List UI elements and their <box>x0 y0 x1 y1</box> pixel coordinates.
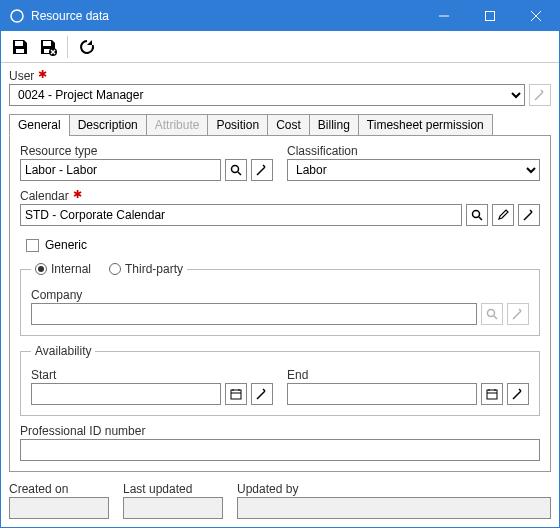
availability-legend: Availability <box>31 344 95 358</box>
company-wand-button <box>507 303 529 325</box>
start-input[interactable] <box>31 383 221 405</box>
minimize-button[interactable] <box>421 1 467 31</box>
company-label: Company <box>31 288 529 302</box>
footer: Created on Last updated Updated by <box>1 478 559 527</box>
checkbox-icon <box>26 239 39 252</box>
tab-timesheet[interactable]: Timesheet permission <box>358 114 493 136</box>
refresh-button[interactable] <box>74 34 100 60</box>
svg-rect-7 <box>43 41 51 46</box>
required-icon: ✱ <box>73 188 82 201</box>
updated-by-value <box>237 497 551 519</box>
generic-label: Generic <box>45 238 87 252</box>
maximize-button[interactable] <box>467 1 513 31</box>
prof-id-label: Professional ID number <box>20 424 540 438</box>
resource-type-input[interactable] <box>20 159 221 181</box>
resource-type-search-button[interactable] <box>225 159 247 181</box>
end-label: End <box>287 368 529 382</box>
last-updated-label: Last updated <box>123 482 223 496</box>
calendar-input[interactable] <box>20 204 462 226</box>
tab-cost[interactable]: Cost <box>267 114 310 136</box>
svg-rect-5 <box>15 41 23 46</box>
save-exit-button[interactable] <box>35 34 61 60</box>
radio-checked-icon <box>35 263 47 275</box>
resource-type-wand-button[interactable] <box>251 159 273 181</box>
availability-fieldset: Availability Start <box>20 344 540 416</box>
calendar-wand-button[interactable] <box>518 204 540 226</box>
svg-point-0 <box>11 10 23 22</box>
close-button[interactable] <box>513 1 559 31</box>
svg-rect-6 <box>16 49 24 53</box>
resource-type-label: Resource type <box>20 144 273 158</box>
created-on-label: Created on <box>9 482 109 496</box>
toolbar <box>1 31 559 63</box>
svg-rect-22 <box>487 390 497 399</box>
updated-by-label: Updated by <box>237 482 551 496</box>
start-calendar-button[interactable] <box>225 383 247 405</box>
save-button[interactable] <box>7 34 33 60</box>
tab-position[interactable]: Position <box>207 114 268 136</box>
svg-line-13 <box>238 172 241 175</box>
generic-checkbox[interactable]: Generic <box>26 238 540 252</box>
internal-label: Internal <box>51 262 91 276</box>
tab-billing[interactable]: Billing <box>309 114 359 136</box>
svg-rect-2 <box>486 12 495 21</box>
calendar-edit-button[interactable] <box>492 204 514 226</box>
svg-point-16 <box>488 310 495 317</box>
end-input[interactable] <box>287 383 477 405</box>
end-calendar-button[interactable] <box>481 383 503 405</box>
required-icon: ✱ <box>38 68 47 81</box>
app-icon <box>9 8 25 24</box>
thirdparty-label: Third-party <box>125 262 183 276</box>
classification-select[interactable]: Labor <box>287 159 540 181</box>
svg-line-17 <box>494 316 497 319</box>
thirdparty-radio[interactable]: Third-party <box>109 262 183 276</box>
prof-id-input[interactable] <box>20 439 540 461</box>
source-fieldset: Internal Third-party Company <box>20 262 540 336</box>
end-wand-button[interactable] <box>507 383 529 405</box>
internal-radio[interactable]: Internal <box>35 262 91 276</box>
start-wand-button[interactable] <box>251 383 273 405</box>
user-wand-button <box>529 84 551 106</box>
user-select[interactable]: 0024 - Project Manager <box>9 84 525 106</box>
svg-point-14 <box>473 211 480 218</box>
user-label: User <box>9 69 34 83</box>
calendar-label: Calendar <box>20 189 69 203</box>
svg-line-15 <box>479 217 482 220</box>
tab-attribute: Attribute <box>146 114 209 136</box>
radio-unchecked-icon <box>109 263 121 275</box>
titlebar: Resource data <box>1 1 559 31</box>
window-title: Resource data <box>31 9 421 23</box>
start-label: Start <box>31 368 273 382</box>
classification-label: Classification <box>287 144 540 158</box>
toolbar-separator <box>67 36 68 58</box>
calendar-search-button[interactable] <box>466 204 488 226</box>
svg-point-12 <box>232 166 239 173</box>
last-updated-value <box>123 497 223 519</box>
tab-description[interactable]: Description <box>69 114 147 136</box>
company-search-button <box>481 303 503 325</box>
tabpanel-general: Resource type Classification Labor <box>9 135 551 472</box>
tabstrip: General Description Attribute Position C… <box>9 114 551 136</box>
tab-general[interactable]: General <box>9 114 70 136</box>
company-input <box>31 303 477 325</box>
svg-rect-18 <box>231 390 241 399</box>
created-on-value <box>9 497 109 519</box>
